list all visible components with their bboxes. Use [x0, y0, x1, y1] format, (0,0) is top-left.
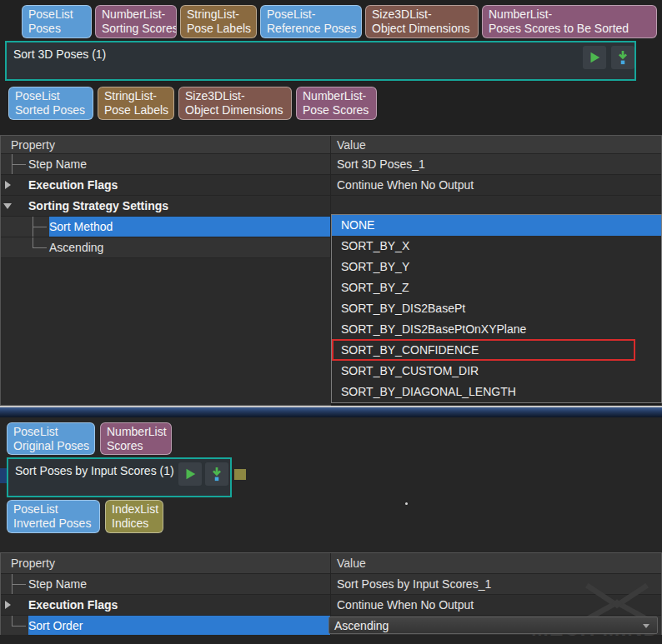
property-label: Step Name	[28, 157, 87, 171]
input-port-sorting-scores[interactable]: NumberList- Sorting Scores	[95, 5, 177, 38]
property-label: Execution Flags	[28, 178, 118, 192]
expanded-arrow-icon[interactable]	[1, 196, 28, 216]
property-label: Ascending	[49, 241, 103, 254]
port-label: Pose Labels	[187, 22, 250, 36]
dropdown-option[interactable]: SORT_BY_DIAGONAL_LENGTH	[332, 382, 661, 402]
port-label: Scores	[107, 439, 165, 453]
step-node-title: Sort 3D Poses (1)	[13, 47, 106, 61]
sort-order-combobox[interactable]: Ascending	[328, 617, 658, 634]
mech-vision-window: PoseList Poses NumberList- Sorting Score…	[0, 0, 662, 644]
dropdown-option[interactable]: SORT_BY_DIS2BasePtOnXYPlane	[332, 319, 661, 340]
connection-stub-left	[0, 468, 7, 483]
table-row-sort-order[interactable]: Sort Order Ascending	[1, 616, 661, 637]
step-node-sort-poses-by-input-scores[interactable]: Sort Poses by Input Scores (1)	[7, 457, 232, 497]
property-label: Sort Method	[49, 220, 113, 233]
port-label: Inverted Poses	[13, 517, 93, 531]
red-annotation-box	[332, 339, 635, 361]
tree-branch	[1, 217, 49, 237]
port-type: PoseList	[28, 7, 85, 22]
step-debug-output-button[interactable]	[611, 46, 634, 69]
port-label: Object Dimensions	[372, 22, 472, 36]
port-label: Object Dimensions	[185, 103, 285, 117]
stray-dot	[405, 502, 408, 505]
input-port-poses-scores-to-be-sorted[interactable]: NumberList- Poses Scores to Be Sorted	[482, 5, 657, 38]
collapsed-arrow-icon[interactable]	[1, 595, 28, 615]
port-label: Poses Scores to Be Sorted	[489, 22, 650, 36]
port-label: Indices	[112, 517, 157, 531]
table-header: Property Value	[1, 136, 661, 154]
port-label: Sorted Poses	[15, 103, 87, 117]
download-arrow-icon	[209, 467, 224, 482]
port-type: IndexList	[112, 502, 157, 517]
port-type: NumberList	[107, 425, 165, 439]
port-label: Pose Scores	[303, 103, 370, 117]
section-divider-bar	[0, 407, 662, 417]
port-type: PoseList-	[267, 7, 355, 22]
tree-branch	[1, 574, 28, 594]
step-node-title: Sort Poses by Input Scores (1)	[15, 464, 174, 477]
table-row[interactable]: Execution Flags Continue When No Output	[1, 595, 661, 616]
output-port-pose-scores[interactable]: NumberList- Pose Scores	[296, 87, 377, 120]
sort-method-dropdown: NONE SORT_BY_X SORT_BY_Y SORT_BY_Z SORT_…	[331, 214, 662, 403]
output-port-inverted-poses[interactable]: PoseList Inverted Poses	[7, 500, 100, 533]
port-type: NumberList-	[102, 7, 170, 22]
property-value[interactable]	[331, 196, 661, 216]
port-type: Size3DList-	[372, 7, 472, 22]
tree-branch	[1, 616, 28, 636]
dropdown-option[interactable]: SORT_BY_Z	[332, 277, 661, 298]
table-row[interactable]: Step Name Sort Poses by Input Scores_1	[1, 574, 661, 595]
collapsed-arrow-icon[interactable]	[1, 175, 28, 195]
combobox-value: Ascending	[334, 619, 389, 632]
download-arrow-icon	[615, 50, 630, 65]
table-header: Property Value	[1, 553, 661, 574]
port-type: StringList-	[104, 89, 168, 103]
input-port-poses[interactable]: PoseList Poses	[22, 5, 92, 38]
output-port-object-dimensions[interactable]: Size3DList- Object Dimensions	[178, 87, 292, 120]
value-column-header: Value	[331, 136, 661, 153]
input-port-pose-labels[interactable]: StringList- Pose Labels	[180, 5, 257, 38]
output-port-sorted-poses[interactable]: PoseList Sorted Poses	[8, 87, 93, 120]
input-port-scores[interactable]: NumberList Scores	[100, 422, 172, 455]
property-value[interactable]: Continue When No Output	[331, 175, 661, 195]
table-row[interactable]: Execution Flags Continue When No Output	[1, 175, 661, 196]
port-type: PoseList	[15, 89, 87, 103]
play-icon	[183, 467, 198, 482]
play-icon	[587, 50, 602, 65]
property-label: Execution Flags	[28, 598, 118, 612]
output-port-indices[interactable]: IndexList Indices	[105, 500, 163, 533]
dropdown-option[interactable]: SORT_BY_DIS2BasePt	[332, 298, 661, 319]
port-type: PoseList	[13, 502, 93, 517]
step-debug-output-button[interactable]	[205, 462, 228, 486]
port-label: Pose Labels	[104, 103, 168, 117]
property-label: Sort Order	[28, 619, 83, 632]
port-label: Original Poses	[13, 439, 88, 453]
port-type: NumberList-	[303, 89, 370, 103]
output-port-pose-labels[interactable]: StringList- Pose Labels	[98, 87, 174, 120]
dropdown-option[interactable]: SORT_BY_CUSTOM_DIR	[332, 361, 661, 382]
run-step-button[interactable]	[583, 46, 606, 69]
step-node-sort-3d-poses[interactable]: Sort 3D Poses (1)	[5, 41, 636, 81]
dropdown-option[interactable]: SORT_BY_Y	[332, 257, 661, 277]
property-value[interactable]: Sort 3D Poses_1	[331, 154, 661, 174]
port-label: Reference Poses	[267, 22, 355, 36]
table-row[interactable]: Step Name Sort 3D Poses_1	[1, 154, 661, 175]
chevron-down-icon	[643, 624, 649, 628]
connection-stub-right	[234, 469, 246, 480]
property-label: Step Name	[28, 577, 87, 591]
port-type: StringList-	[187, 7, 250, 22]
input-port-object-dimensions[interactable]: Size3DList- Object Dimensions	[365, 5, 479, 38]
dropdown-option[interactable]: NONE	[332, 215, 661, 236]
port-type: Size3DList-	[185, 89, 285, 103]
port-label: Poses	[28, 22, 85, 36]
input-port-original-poses[interactable]: PoseList Original Poses	[7, 422, 95, 455]
run-step-button[interactable]	[178, 462, 202, 486]
value-column-header: Value	[331, 553, 661, 573]
input-port-reference-poses[interactable]: PoseList- Reference Poses	[260, 5, 362, 38]
dropdown-option[interactable]: SORT_BY_X	[332, 236, 661, 257]
property-column-header: Property	[1, 136, 331, 153]
port-type: NumberList-	[489, 7, 650, 22]
port-label: Sorting Scores	[102, 22, 170, 36]
property-label: Sorting Strategy Settings	[28, 199, 168, 212]
property-table-sort-poses-by-input-scores: Property Value Step Name Sort Poses by I…	[0, 552, 662, 635]
port-type: PoseList	[13, 425, 88, 439]
